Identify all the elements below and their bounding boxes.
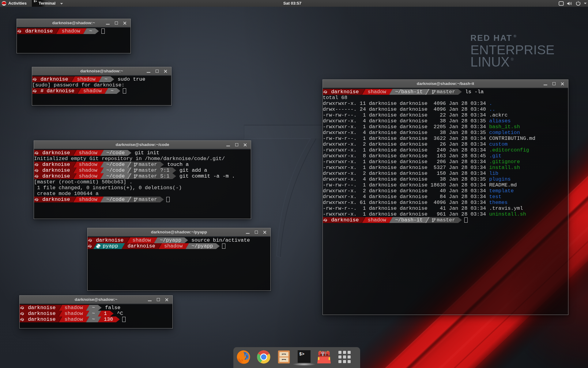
svg-text:~: ~ <box>104 76 107 82</box>
svg-text:~: ~ <box>89 28 92 34</box>
svg-text:$>: $> <box>299 352 304 357</box>
svg-text:shadow: shadow <box>368 89 386 95</box>
svg-text:shadow: shadow <box>77 76 96 82</box>
svg-text:darknoise: darknoise <box>127 243 155 249</box>
svg-text:master: master <box>139 197 157 202</box>
svg-text:LINUX: LINUX <box>470 55 510 69</box>
svg-text:darknoise: darknoise <box>42 173 70 179</box>
svg-text:darknoise: darknoise <box>331 217 359 223</box>
svg-text:shadow: shadow <box>62 28 80 34</box>
svg-text:shadow: shadow <box>65 316 83 322</box>
svg-text:darknoise: darknoise <box>28 316 55 322</box>
svg-text:~/code: ~/code <box>106 197 125 202</box>
svg-text:~/code: ~/code <box>106 173 125 179</box>
svg-text:master ?:1: master ?:1 <box>139 167 170 173</box>
svg-text:shadow: shadow <box>65 311 83 316</box>
svg-text:#: # <box>40 88 43 94</box>
svg-text:1: 1 <box>104 311 107 316</box>
svg-text:darknoise: darknoise <box>42 197 70 202</box>
svg-text:130: 130 <box>104 316 113 322</box>
svg-text:®: ® <box>511 57 514 62</box>
svg-text:pyapp: pyapp <box>103 243 118 249</box>
svg-text:shadow: shadow <box>65 305 83 311</box>
svg-text:shadow: shadow <box>79 173 97 179</box>
svg-text:shadow: shadow <box>83 88 102 94</box>
svg-text:®: ® <box>514 34 516 38</box>
svg-text:~: ~ <box>92 311 95 316</box>
svg-text:~/bash-it: ~/bash-it <box>395 217 423 223</box>
svg-text:darknoise: darknoise <box>47 88 74 94</box>
svg-text:shadow: shadow <box>368 217 386 223</box>
svg-text:~/pyapp: ~/pyapp <box>191 243 213 249</box>
svg-text:shadow: shadow <box>133 237 151 243</box>
svg-text:darknoise: darknoise <box>42 150 70 156</box>
svg-text:darknoise: darknoise <box>96 237 123 243</box>
svg-text:master: master <box>139 162 157 167</box>
svg-text:~: ~ <box>111 88 114 94</box>
svg-text:~/bash-it: ~/bash-it <box>395 89 423 95</box>
svg-text:shadow: shadow <box>79 167 97 173</box>
svg-text:~: ~ <box>92 305 95 311</box>
svg-text:darknoise: darknoise <box>28 311 55 316</box>
svg-text:master: master <box>437 89 455 95</box>
svg-text:~: ~ <box>92 316 95 322</box>
svg-text:RED HAT: RED HAT <box>470 33 512 43</box>
svg-text:shadow: shadow <box>79 197 97 202</box>
svg-text:~/code: ~/code <box>106 162 125 167</box>
svg-text:darknoise: darknoise <box>42 162 70 167</box>
svg-text:shadow: shadow <box>79 150 97 156</box>
svg-text:darknoise: darknoise <box>331 89 359 95</box>
svg-text:darknoise: darknoise <box>40 76 68 82</box>
svg-text:master S:1: master S:1 <box>139 173 170 179</box>
svg-text:darknoise: darknoise <box>42 167 70 173</box>
svg-text:~/pyapp: ~/pyapp <box>160 237 181 243</box>
svg-text:shadow: shadow <box>164 243 183 249</box>
svg-text:shadow: shadow <box>79 162 97 167</box>
svg-text:master: master <box>437 217 455 223</box>
svg-text:~/code: ~/code <box>106 167 125 173</box>
svg-text:~/code: ~/code <box>106 150 125 156</box>
svg-text:darknoise: darknoise <box>25 28 53 34</box>
svg-text:darknoise: darknoise <box>28 305 55 311</box>
